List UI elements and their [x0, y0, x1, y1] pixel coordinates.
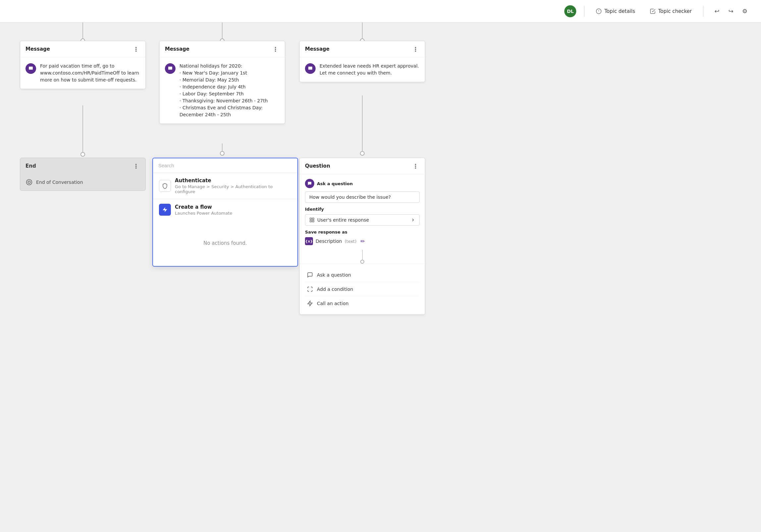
svg-point-20	[27, 180, 32, 185]
svg-rect-18	[168, 67, 172, 70]
message-node-2-text: National holidays for 2020: · New Year's…	[180, 63, 279, 118]
end-node-more[interactable]: ⋮	[132, 162, 140, 170]
topic-checker-icon	[650, 8, 656, 14]
question-internal-connector	[300, 250, 425, 264]
svg-point-12	[220, 151, 224, 155]
end-node-body: End of Conversation	[20, 174, 146, 191]
end-node-title: End	[26, 163, 36, 169]
ask-question-action-label: Ask a question	[317, 272, 351, 277]
topic-details-button[interactable]: Topic details	[592, 6, 638, 16]
end-of-conversation-icon	[26, 179, 33, 186]
svg-point-21	[28, 181, 30, 183]
svg-rect-24	[310, 220, 312, 222]
message-node-3-more[interactable]: ⋮	[412, 45, 420, 53]
authenticate-info: Authenticate Go to Manage > Security > A…	[175, 178, 291, 194]
question-node-more[interactable]: ⋮	[412, 162, 420, 170]
add-condition-icon	[306, 285, 314, 293]
topic-checker-label: Topic checker	[658, 8, 692, 14]
message-node-2: Message ⋮ National holidays for 2020: · …	[159, 41, 285, 124]
svg-rect-19	[308, 67, 312, 70]
svg-rect-17	[29, 67, 33, 70]
variable-type: (text)	[345, 239, 357, 244]
svg-rect-23	[312, 218, 314, 220]
topic-checker-button[interactable]: Topic checker	[646, 6, 695, 16]
user-avatar[interactable]: DL	[564, 5, 576, 17]
search-input-wrap	[153, 158, 297, 173]
save-variable: {x} Description (text) ✏	[305, 237, 420, 245]
identify-select[interactable]: User's entire response	[305, 214, 420, 226]
redo-button[interactable]: ↪	[725, 6, 736, 17]
authenticate-title: Authenticate	[175, 178, 291, 184]
save-response-label: Save response as	[305, 230, 420, 235]
message-node-2-title: Message	[165, 46, 190, 52]
question-node-header: Question ⋮	[300, 158, 425, 174]
authenticate-desc: Go to Manage > Security > Authentication…	[175, 184, 291, 194]
question-node: Question ⋮ Ask a question How would you …	[299, 158, 425, 315]
connector-line	[362, 250, 363, 260]
topic-details-label: Topic details	[604, 8, 635, 14]
message-node-2-body: National holidays for 2020: · New Year's…	[160, 57, 285, 124]
message-node-1-more[interactable]: ⋮	[132, 45, 140, 53]
identify-label: Identify	[305, 207, 420, 212]
question-bottom-actions: Ask a question Add a condition Call an a…	[300, 264, 425, 314]
message-node-2-header: Message ⋮	[160, 41, 285, 57]
create-flow-icon	[159, 204, 171, 216]
topbar-divider-2	[703, 6, 703, 17]
svg-rect-25	[312, 220, 314, 222]
authenticate-icon	[159, 180, 171, 192]
edit-variable-icon[interactable]: ✏	[361, 238, 365, 245]
create-flow-title: Create a flow	[175, 204, 232, 210]
add-ask-question[interactable]: Ask a question	[305, 268, 420, 282]
message-node-1: Message ⋮ For paid vacation time off, go…	[20, 41, 146, 89]
message-node-3-text: Extended leave needs HR expert approval.…	[320, 63, 420, 77]
question-section: Ask a question How would you describe th…	[300, 174, 425, 250]
identify-value: User's entire response	[317, 217, 369, 223]
variable-icon: {x}	[305, 237, 313, 245]
undo-button[interactable]: ↩	[711, 6, 723, 17]
call-action-icon	[306, 300, 314, 307]
message-node-3: Message ⋮ Extended leave needs HR expert…	[299, 41, 425, 82]
message-node-2-icon	[165, 63, 176, 74]
search-panel: Authenticate Go to Manage > Security > A…	[152, 158, 298, 266]
svg-point-14	[360, 151, 364, 155]
add-condition-label: Add a condition	[317, 286, 353, 292]
call-action-label: Call an action	[317, 301, 349, 306]
topic-details-icon	[596, 8, 602, 14]
message-node-3-header: Message ⋮	[300, 41, 425, 57]
authenticate-item[interactable]: Authenticate Go to Manage > Security > A…	[153, 173, 297, 199]
message-node-3-body: Extended leave needs HR expert approval.…	[300, 57, 425, 82]
topbar-divider-1	[584, 6, 584, 17]
question-node-title: Question	[305, 163, 330, 169]
message-node-2-more[interactable]: ⋮	[271, 45, 279, 53]
message-node-3-title: Message	[305, 46, 329, 52]
topbar: DL Topic details Topic checker ↩ ↪ ⚙	[0, 0, 761, 23]
end-node: End ⋮ End of Conversation	[20, 158, 146, 191]
canvas: Message ⋮ For paid vacation time off, go…	[0, 23, 761, 532]
no-actions-text: No actions found.	[153, 220, 297, 266]
message-node-1-text: For paid vacation time off, go to www.co…	[40, 63, 140, 84]
variable-name: Description	[316, 239, 342, 244]
chevron-right-icon	[411, 218, 415, 222]
ask-question-label: Ask a question	[317, 181, 353, 186]
identify-icon	[309, 217, 315, 223]
svg-point-10	[81, 152, 85, 156]
create-flow-item[interactable]: Create a flow Launches Power Automate	[153, 199, 297, 220]
question-text-box: How would you describe the issue?	[305, 192, 420, 203]
message-node-1-icon	[26, 63, 36, 74]
topbar-icons: ↩ ↪ ⚙	[711, 6, 750, 17]
ask-question-icon-bubble	[305, 179, 314, 188]
connector-dot	[360, 260, 364, 264]
end-node-label: End of Conversation	[36, 180, 83, 185]
message-node-3-icon	[305, 63, 316, 74]
end-node-header: End ⋮	[20, 158, 146, 174]
settings-button[interactable]: ⚙	[739, 6, 750, 17]
ask-question-action-icon	[306, 271, 314, 278]
message-node-1-body: For paid vacation time off, go to www.co…	[20, 57, 146, 89]
identify-select-left: User's entire response	[309, 217, 369, 223]
search-input[interactable]	[158, 163, 292, 168]
svg-rect-22	[310, 218, 312, 220]
add-condition[interactable]: Add a condition	[305, 282, 420, 296]
message-node-1-header: Message ⋮	[20, 41, 146, 57]
call-action[interactable]: Call an action	[305, 296, 420, 310]
message-node-1-title: Message	[26, 46, 50, 52]
